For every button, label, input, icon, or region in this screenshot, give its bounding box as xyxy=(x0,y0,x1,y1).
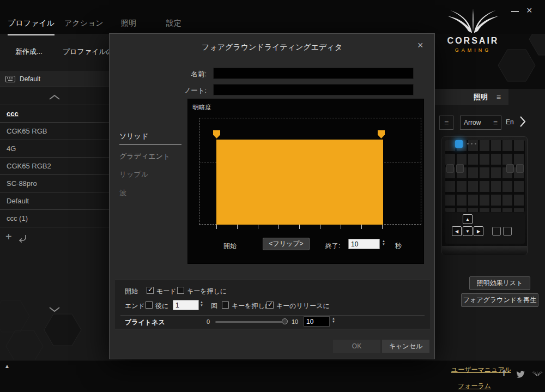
highlighted-key xyxy=(455,140,463,148)
arrow-down-key: ▼ xyxy=(463,226,473,236)
keyboard-key-grid xyxy=(445,140,525,212)
on-keyrelease-checkbox[interactable] xyxy=(267,301,274,309)
menu-icon: ≡ xyxy=(493,118,498,127)
nav-tab-actions[interactable]: アクション xyxy=(64,19,104,34)
playback-options-panel: 開始 モード キーを押しに エンド 後に ▲ ▼ 回 キーを押しに キーのリリー… xyxy=(115,280,430,329)
nav-tab-lighting[interactable]: 照明 xyxy=(121,19,136,34)
scroll-up-button[interactable] xyxy=(49,93,60,102)
brand-sub: GAMING xyxy=(441,47,505,53)
profile-menu-button[interactable]: プロファイルの xyxy=(63,47,113,57)
mode-checkbox[interactable] xyxy=(147,287,154,294)
tab-active-underline xyxy=(119,144,181,144)
cancel-button[interactable]: キャンセル xyxy=(382,340,429,353)
end-on-keypress-checkbox[interactable] xyxy=(222,301,229,309)
device-row[interactable]: Default xyxy=(0,71,109,87)
keycap xyxy=(516,164,524,173)
end-time-input[interactable] xyxy=(348,239,380,249)
lighting-menu-button[interactable]: ≡ xyxy=(439,116,453,130)
scroll-down-button[interactable] xyxy=(49,305,60,315)
keycap xyxy=(506,164,514,173)
lighting-effects-list-button[interactable]: 照明効果リスト xyxy=(469,276,530,290)
add-profile-button[interactable]: + xyxy=(5,231,12,242)
mode-label: モード xyxy=(156,287,177,296)
arrow-right-icon: ▶ xyxy=(477,229,480,234)
profile-row[interactable]: CGK65 RGB xyxy=(0,123,109,140)
profile-row[interactable]: ccc xyxy=(0,105,109,123)
chevron-up-icon xyxy=(49,94,60,100)
slider-knob[interactable] xyxy=(282,318,288,324)
on-keypress-checkbox[interactable] xyxy=(177,287,184,294)
chevron-right-icon xyxy=(519,116,526,128)
repeat-count-input[interactable] xyxy=(173,300,199,310)
end-time-stepper[interactable]: ▲ ▼ xyxy=(382,240,385,246)
lighting-mode-select[interactable]: Arrow ≡ xyxy=(460,116,501,130)
profile-name: CGK65 RGB xyxy=(7,127,47,135)
brightness-label: ブライトネス xyxy=(125,318,165,327)
next-page-button[interactable] xyxy=(519,116,526,130)
brightness-input[interactable] xyxy=(304,316,330,327)
after-checkbox[interactable] xyxy=(146,301,153,309)
options-end-label: エンド xyxy=(125,301,145,311)
profile-row[interactable]: CGK65 RGB2 xyxy=(0,158,109,175)
app-window: プロファイル アクション 照明 設定 × CORSAIR GAMING 新作成.… xyxy=(0,0,545,392)
play-foreground-button[interactable]: フォアグラウンドを再生 xyxy=(461,293,538,307)
profile-row[interactable]: Default xyxy=(0,192,109,210)
profile-sidebar: 新作成... プロファイルの Default ccc CGK65 RGB 4G … xyxy=(0,34,109,360)
tab-gradient[interactable]: グラディエント xyxy=(119,152,184,161)
keyboard-preview[interactable]: ▲ ◀ ▼ ▶ xyxy=(441,136,528,255)
close-button[interactable]: × xyxy=(526,5,532,16)
on-keypress-label: キーを押しに xyxy=(187,287,227,296)
profile-name: ccc xyxy=(7,110,19,118)
brightness-envelope-editor: 明暗度 開始 <フリップ> 終了: ▲ ▼ 秒 xyxy=(187,99,424,264)
profile-row[interactable]: SC-88pro xyxy=(0,175,109,192)
facebook-icon[interactable]: f xyxy=(502,369,505,378)
tab-wave[interactable]: 波 xyxy=(119,188,184,198)
corsair-wings-icon xyxy=(445,7,501,35)
keycap xyxy=(446,164,454,173)
flip-button[interactable]: <フリップ> xyxy=(263,238,310,250)
profile-row[interactable]: ccc (1) xyxy=(0,210,109,227)
corsair-icon[interactable] xyxy=(531,369,544,379)
repeat-count-stepper[interactable]: ▲ ▼ xyxy=(200,301,203,307)
arrow-right-key: ▶ xyxy=(474,226,483,236)
name-input[interactable] xyxy=(213,68,414,79)
import-profile-button[interactable] xyxy=(17,233,27,245)
profile-name: CGK65 RGB2 xyxy=(7,162,51,170)
menu-icon[interactable]: ≡ xyxy=(496,93,501,101)
mode-value: Arrow xyxy=(464,119,481,126)
dialog-close-button[interactable]: × xyxy=(417,40,423,51)
stepper-down-icon[interactable]: ▼ xyxy=(332,321,335,323)
tab-ripple[interactable]: リップル xyxy=(119,170,184,179)
new-profile-button[interactable]: 新作成... xyxy=(15,47,43,57)
keycap xyxy=(492,227,501,236)
arrow-left-key: ◀ xyxy=(452,226,462,236)
keycap xyxy=(503,227,512,236)
profile-list: ccc CGK65 RGB 4G CGK65 RGB2 SC-88pro Def… xyxy=(0,105,109,227)
chart-y-label: 明暗度 xyxy=(192,104,211,112)
time-axis-ticks xyxy=(216,225,384,229)
chevron-down-icon xyxy=(49,306,60,313)
envelope-solid-block[interactable] xyxy=(216,140,383,225)
minimize-button[interactable] xyxy=(511,11,519,12)
on-keyrelease-label: キーのリリースに xyxy=(276,301,330,311)
device-name: Default xyxy=(20,75,40,83)
ok-button[interactable]: OK xyxy=(333,340,380,353)
tab-solid[interactable]: ソリッド xyxy=(119,131,184,141)
forum-link[interactable]: フォーラム xyxy=(458,382,491,391)
lighting-tab[interactable]: 照明 ≡ xyxy=(435,89,508,105)
slider-track[interactable] xyxy=(215,321,287,323)
arrow-left-icon: ◀ xyxy=(455,229,458,234)
expand-button[interactable]: ▲ xyxy=(4,363,10,369)
foreground-lighting-editor-dialog: フォアグラウンドライティングエディタ × 名前: ノート: ソリッド グラディエ… xyxy=(109,33,435,359)
note-input[interactable] xyxy=(213,84,414,95)
twitter-icon[interactable] xyxy=(516,371,525,381)
keyboard-icon xyxy=(5,76,15,82)
nav-tab-profile[interactable]: プロファイル xyxy=(8,19,55,35)
nav-tab-settings[interactable]: 設定 xyxy=(166,19,181,34)
stepper-down-icon[interactable]: ▼ xyxy=(200,304,203,307)
footer-bar: ▲ ユーザーマニュアル フォーラム f xyxy=(0,360,545,392)
brand-logo: CORSAIR GAMING xyxy=(441,7,505,53)
profile-row[interactable]: 4G xyxy=(0,140,109,158)
stepper-down-icon[interactable]: ▼ xyxy=(382,243,385,246)
brightness-stepper[interactable]: ▲ ▼ xyxy=(332,317,335,323)
